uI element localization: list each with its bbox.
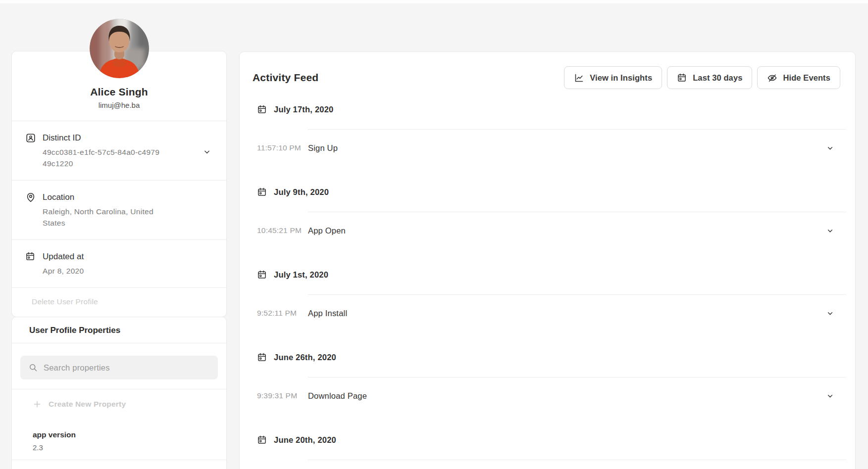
profile-field: Distinct ID 49cc0381-e1fc-57c5-84a0-c497… [12,121,226,180]
field-value: Apr 8, 2020 [43,265,84,277]
field-label: Updated at [43,251,84,263]
calendar-icon [257,352,267,362]
avatar [90,19,149,78]
chevron-down-icon[interactable] [826,144,834,152]
feed-event-row[interactable]: 11:57:10 PM Sign Up [257,130,840,166]
view-in-insights-button[interactable]: View in Insights [564,66,662,89]
feed-date-group: July 1st, 2020 9:52:11 PM App Install [257,269,840,351]
feed-date-group: June 20th, 2020 [257,434,840,469]
calendar-icon [677,73,687,83]
feed-button-label: View in Insights [590,73,652,83]
property-name: app version [33,429,212,441]
search-wrap [12,343,226,389]
feed-date-label: July 9th, 2020 [274,188,329,197]
last-30-days-button[interactable]: Last 30 days [667,66,752,89]
event-name: App Open [308,226,826,235]
event-name: App Install [308,309,826,318]
feed-date-label: July 1st, 2020 [274,270,328,280]
feed-title: Activity Feed [253,72,318,84]
feed-body: July 17th, 2020 11:57:10 PM Sign Up July… [240,89,855,469]
chevron-down-icon[interactable] [826,392,834,400]
field-label: Distinct ID [43,132,160,144]
calendar-icon [257,435,267,445]
activity-feed-card: Activity Feed View in Insights Last 30 d… [239,51,856,469]
calendar-icon [257,270,267,280]
chevron-down-icon[interactable] [203,147,211,156]
delete-user-profile-button[interactable]: Delete User Profile [12,288,226,317]
chevron-down-icon[interactable] [826,309,834,318]
feed-date-group: July 17th, 2020 11:57:10 PM Sign Up [257,103,840,186]
user-profile-properties-card: User Profile Properties Create New Prope… [11,317,227,469]
map-pin-icon [25,192,36,203]
chevron-down-icon[interactable] [826,227,834,235]
property-item[interactable]: app version 2.3 [12,421,226,460]
feed-event-row[interactable]: 10:45:21 PM App Open [257,212,840,249]
feed-date-row: July 9th, 2020 [257,186,840,198]
field-value: 49cc0381-e1fc-57c5-84a0-c497949c1220 [43,146,160,169]
feed-button-label: Hide Events [783,73,830,83]
profile-field: Location Raleigh, North Carolina, United… [12,181,226,239]
create-new-property-button[interactable]: Create New Property [12,389,226,421]
event-time: 9:52:11 PM [257,309,308,318]
event-time: 9:39:31 PM [257,391,308,400]
plus-icon [33,400,42,409]
property-value: 2.3 [33,442,212,453]
feed-date-row: June 20th, 2020 [257,434,840,446]
event-name: Download Page [308,391,826,401]
field-value: Raleigh, North Carolina, United States [43,206,160,229]
create-new-property-label: Create New Property [49,398,126,410]
avatar-image [90,19,149,78]
profile-name: Alice Singh [22,85,216,99]
top-strip [0,0,868,3]
event-time: 10:45:21 PM [257,226,308,235]
feed-event-row[interactable]: 9:39:31 PM Download Page [257,377,840,414]
event-name: Sign Up [308,143,826,153]
calendar-icon [25,251,36,262]
profile-field: Updated at Apr 8, 2020 [12,240,226,287]
feed-event-row[interactable]: 9:52:11 PM App Install [257,295,840,331]
field-label: Location [43,191,160,203]
properties-title: User Profile Properties [12,317,226,343]
event-time: 11:57:10 PM [257,143,308,152]
feed-date-group: July 9th, 2020 10:45:21 PM App Open [257,186,840,269]
profile-email: limuj@he.ba [22,99,216,112]
id-card-icon [25,133,36,143]
feed-date-row: July 17th, 2020 [257,103,840,115]
feed-header: Activity Feed View in Insights Last 30 d… [240,52,855,89]
line-chart-icon [574,73,584,83]
search-properties-box[interactable] [20,356,218,379]
feed-date-group: June 26th, 2020 9:39:31 PM Download Page [257,351,840,434]
hide-events-button[interactable]: Hide Events [757,66,840,89]
user-profile-card: Alice Singh limuj@he.ba Distinct ID 49cc… [11,51,227,317]
search-icon [28,363,38,373]
feed-buttons: View in Insights Last 30 days Hide Event… [564,66,840,89]
feed-button-label: Last 30 days [693,73,742,83]
feed-date-label: June 26th, 2020 [274,353,336,362]
feed-date-label: July 17th, 2020 [274,105,333,114]
feed-date-row: July 1st, 2020 [257,269,840,281]
calendar-icon [257,104,267,114]
feed-date-row: June 26th, 2020 [257,351,840,363]
calendar-icon [257,187,267,197]
feed-date-label: June 20th, 2020 [274,435,336,445]
eye-off-icon [767,73,777,83]
search-properties-input[interactable] [44,363,210,373]
